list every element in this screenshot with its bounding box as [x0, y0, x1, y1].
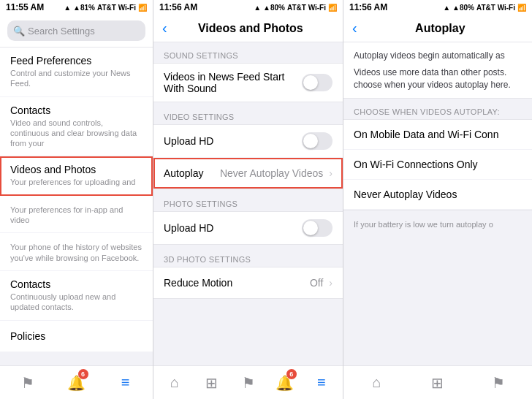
settings-row-contacts1[interactable]: Contacts Video and sound controls, conti…	[0, 97, 153, 157]
battery-2: ▲80%	[263, 4, 285, 12]
autoplay-row[interactable]: Autoplay Never Autoplay Videos ›	[153, 158, 343, 189]
autoplay-option-mobile-label: On Mobile Data and Wi-Fi Conn	[354, 129, 498, 140]
signal-icon-3: ▲	[443, 4, 450, 12]
feed-content: Feed Preferences Control and customize y…	[10, 55, 142, 89]
tab-bar-3: ⌂ ⊞ ⚑	[343, 365, 532, 399]
autoplay-options-header: CHOOSE WHEN VIDEOS AUTOPLAY:	[343, 99, 532, 119]
reduce-motion-row[interactable]: Reduce Motion Off ›	[153, 267, 343, 298]
bell-badge-2: 6	[286, 369, 297, 379]
section-sound: SOUND SETTINGS	[153, 42, 343, 63]
tab-menu-1[interactable]: ≡	[101, 366, 150, 399]
autoplay-content: Autoplay videos begin automatically as V…	[343, 42, 532, 365]
settings-row-item4[interactable]: Your preferences for in-app and video	[0, 196, 153, 234]
upload-hd-photo-knob	[303, 221, 318, 235]
status-bar-3: 11:56 AM ▲ ▲80% AT&T Wi-Fi 📶	[343, 0, 532, 15]
wifi-icon-2: 📶	[328, 4, 337, 12]
home-icon-3: ⌂	[373, 374, 381, 391]
nav-bar-2: ‹ Videos and Photos	[153, 15, 343, 42]
autoplay-footer: If your battery is low we turn autoplay …	[343, 212, 532, 237]
upload-hd-video-title: Upload HD	[164, 135, 302, 147]
reduce-motion-chevron: ›	[329, 277, 332, 289]
tab-flag-3[interactable]: ⚑	[468, 366, 529, 399]
autoplay-option-mobile[interactable]: On Mobile Data and Wi-Fi Conn	[343, 120, 532, 150]
section-photo: PHOTO SETTINGS	[153, 191, 343, 211]
autoplay-value: Never Autoplay Videos	[220, 167, 323, 179]
status-icons-2: ▲ ▲80% AT&T Wi-Fi 📶	[254, 4, 337, 12]
photo-group: Upload HD	[153, 211, 343, 245]
sound-group: Videos in News Feed Start With Sound	[153, 63, 343, 102]
flag-icon-1: ⚑	[21, 374, 34, 392]
page-title-3: Autoplay	[357, 22, 523, 35]
back-button-3[interactable]: ‹	[352, 20, 357, 37]
tab-bar-2: ⌂ ⊞ ⚑ 🔔 6 ≡	[153, 365, 343, 399]
settings-row-policies[interactable]: Policies	[0, 321, 153, 352]
search-icon: 🔍	[13, 26, 25, 37]
status-icons-3: ▲ ▲80% AT&T Wi-Fi 📶	[443, 4, 526, 12]
panel-autoplay: 11:56 AM ▲ ▲80% AT&T Wi-Fi 📶 ‹ Autoplay …	[343, 0, 532, 399]
tab-bar-1: ⚑ 🔔 6 ≡	[0, 365, 153, 399]
time-3: 11:56 AM	[349, 2, 387, 12]
tab-flag-2[interactable]: ⚑	[229, 366, 266, 399]
autoplay-option-wifi[interactable]: On Wi-Fi Connections Only	[343, 150, 532, 180]
carrier-2: AT&T Wi-Fi	[287, 4, 326, 12]
upload-hd-photo-toggle[interactable]	[302, 219, 332, 237]
item5-subtitle: Your phone of the history of websites yo…	[10, 242, 142, 263]
settings-row-feed[interactable]: Feed Preferences Control and customize y…	[0, 48, 153, 97]
back-button-2[interactable]: ‹	[162, 20, 167, 37]
section-3d: 3D PHOTO SETTINGS	[153, 246, 343, 267]
settings-row-videos[interactable]: Videos and Photos Your preferences for u…	[0, 156, 153, 195]
carrier-1: AT&T Wi-Fi	[97, 4, 136, 12]
status-icons-1: ▲ ▲81% AT&T Wi-Fi 📶	[64, 4, 147, 12]
settings-row-item5[interactable]: Your phone of the history of websites yo…	[0, 233, 153, 271]
tab-menu-2[interactable]: ≡	[303, 366, 340, 399]
upload-hd-photo-row[interactable]: Upload HD	[153, 212, 343, 244]
tab-bell-2[interactable]: 🔔 6	[267, 366, 303, 399]
tab-store-3[interactable]: ⊞	[407, 366, 468, 399]
autoplay-desc-2: Videos use more data than other posts. c…	[354, 66, 522, 91]
section-video: VIDEO SETTINGS	[153, 104, 343, 124]
videos-photos-content: SOUND SETTINGS Videos in News Feed Start…	[153, 42, 343, 365]
autoplay-chevron: ›	[329, 167, 332, 179]
wifi-icon-1: 📶	[138, 4, 147, 12]
signal-icon-2: ▲	[254, 4, 261, 12]
autoplay-option-never[interactable]: Never Autoplay Videos	[343, 180, 532, 210]
time-1: 11:55 AM	[6, 2, 44, 12]
reduce-motion-value: Off	[310, 277, 323, 289]
settings-list: Feed Preferences Control and customize y…	[0, 48, 153, 365]
upload-hd-photo-content: Upload HD	[164, 222, 302, 234]
battery-1: ▲81%	[73, 4, 95, 12]
reduce-motion-title: Reduce Motion	[164, 277, 310, 289]
home-icon-2: ⌂	[170, 374, 179, 391]
contacts1-title: Contacts	[10, 104, 142, 116]
tab-home-2[interactable]: ⌂	[156, 366, 193, 399]
autoplay-option-wifi-label: On Wi-Fi Connections Only	[354, 159, 478, 170]
tab-home-3[interactable]: ⌂	[346, 366, 407, 399]
upload-hd-video-toggle[interactable]	[302, 132, 332, 150]
tab-store-2[interactable]: ⊞	[193, 366, 229, 399]
search-placeholder: Search Settings	[28, 26, 95, 37]
bell-badge-1: 6	[78, 369, 88, 379]
autoplay-content: Autoplay	[164, 167, 220, 179]
settings-row-contacts2[interactable]: Contacts Continuously upload new and upd…	[0, 271, 153, 321]
nav-bar-3: ‹ Autoplay	[343, 15, 532, 42]
sound-row[interactable]: Videos in News Feed Start With Sound	[153, 64, 343, 102]
menu-icon-1: ≡	[121, 374, 130, 391]
autoplay-option-never-label: Never Autoplay Videos	[354, 189, 457, 200]
feed-subtitle: Control and customize your News Feed.	[10, 68, 142, 89]
upload-hd-photo-title: Upload HD	[164, 222, 302, 234]
search-bar[interactable]: 🔍 Search Settings	[7, 20, 145, 41]
feed-title: Feed Preferences	[10, 55, 142, 66]
tab-flag-1[interactable]: ⚑	[3, 366, 52, 399]
sound-toggle[interactable]	[302, 74, 332, 91]
status-bar-2: 11:56 AM ▲ ▲80% AT&T Wi-Fi 📶	[153, 0, 343, 15]
flag-icon-2: ⚑	[242, 374, 255, 392]
tab-bell-1[interactable]: 🔔 6	[52, 366, 101, 399]
autoplay-desc-container: Autoplay videos begin automatically as V…	[343, 42, 532, 99]
sound-toggle-knob	[303, 75, 318, 90]
videos-subtitle: Your preferences for uploading and	[10, 177, 142, 187]
upload-hd-video-content: Upload HD	[164, 135, 302, 147]
upload-hd-video-row[interactable]: Upload HD	[153, 125, 343, 158]
contacts1-subtitle: Video and sound controls, continuous and…	[10, 118, 142, 149]
upload-hd-video-knob	[303, 134, 318, 148]
store-icon-3: ⊞	[431, 374, 444, 392]
